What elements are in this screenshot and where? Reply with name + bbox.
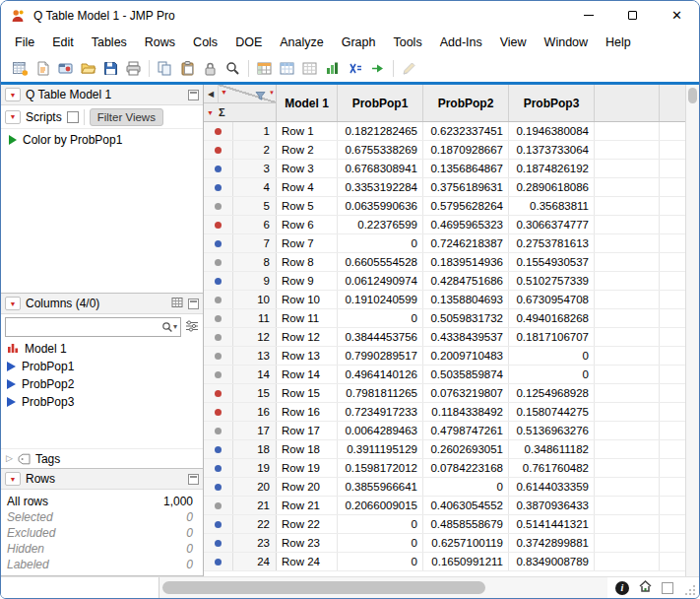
probpop3-cell[interactable]: 0 <box>509 347 595 365</box>
column-filter-input[interactable] <box>9 320 161 334</box>
model1-cell[interactable]: Row 6 <box>277 216 338 233</box>
filter-menu-triangle[interactable]: ▼ <box>269 90 275 96</box>
annotate-button[interactable] <box>398 57 420 80</box>
scripts-menu-button[interactable]: ▼ <box>5 110 21 124</box>
panel-dock-icon[interactable] <box>188 90 199 100</box>
model1-cell[interactable]: Row 5 <box>277 197 338 215</box>
tags-row[interactable]: ▷ Tags <box>1 448 203 468</box>
probpop1-cell[interactable]: 0.7234917233 <box>338 403 423 421</box>
probpop2-cell[interactable]: 0.6232337451 <box>423 122 509 140</box>
probpop3-cell[interactable]: 0.1874826192 <box>509 160 595 177</box>
menu-item-tools[interactable]: Tools <box>384 33 430 52</box>
probpop3-cell[interactable]: 0.1554930537 <box>509 253 595 271</box>
rows-stat-hidden[interactable]: Hidden0 <box>7 541 193 557</box>
probpop1-cell[interactable]: 0.6755338269 <box>338 141 423 159</box>
probpop1-cell[interactable]: 0.7981811265 <box>338 384 423 402</box>
probpop3-cell[interactable]: 0.8349008789 <box>509 553 595 570</box>
row-number-cell[interactable]: 24 <box>233 553 277 570</box>
graph-builder-button[interactable] <box>321 57 344 80</box>
model1-cell[interactable]: Row 4 <box>277 178 338 196</box>
row-state-cell[interactable] <box>204 122 233 140</box>
probpop1-cell[interactable]: 0.6768308941 <box>338 160 423 177</box>
probpop2-cell[interactable]: 0.5059831732 <box>423 309 509 327</box>
rows-menu-triangle[interactable]: ▼ <box>207 109 214 116</box>
layout-box-icon[interactable] <box>662 582 673 594</box>
rows-stat-excluded[interactable]: Excluded0 <box>7 525 193 541</box>
row-number-cell[interactable]: 2 <box>233 141 277 159</box>
column-header-probpop3[interactable]: ProbPop3 <box>509 85 595 121</box>
model1-cell[interactable]: Row 21 <box>277 497 338 514</box>
probpop2-cell[interactable]: 0.4798747261 <box>423 422 509 439</box>
sigma-icon[interactable]: Σ <box>219 106 225 118</box>
row-state-cell[interactable] <box>204 534 233 552</box>
script-item-color-by-probpop1[interactable]: Color by ProbPop1 <box>1 129 203 150</box>
probpop3-cell[interactable]: 0.5136963276 <box>509 422 595 439</box>
run-script-button[interactable] <box>366 57 389 80</box>
probpop1-cell[interactable]: 0.2066009015 <box>338 497 423 514</box>
minimize-button[interactable] <box>566 1 610 30</box>
row-number-cell[interactable]: 6 <box>233 216 277 233</box>
probpop2-cell[interactable]: 0.0763219807 <box>423 384 509 402</box>
probpop2-cell[interactable]: 0.1870928667 <box>423 141 509 159</box>
row-number-cell[interactable]: 22 <box>233 515 277 533</box>
row-number-cell[interactable]: 19 <box>233 459 277 477</box>
probpop3-cell[interactable]: 0.1817106707 <box>509 328 595 346</box>
model1-cell[interactable]: Row 14 <box>277 366 338 383</box>
scripts-checkbox[interactable] <box>67 111 79 123</box>
row-number-cell[interactable]: 11 <box>233 309 277 327</box>
probpop2-cell[interactable]: 0.1650991211 <box>423 553 509 570</box>
row-state-cell[interactable] <box>204 459 233 477</box>
menu-item-help[interactable]: Help <box>597 33 640 52</box>
probpop2-cell[interactable]: 0.2602693051 <box>423 440 509 458</box>
probpop2-cell[interactable]: 0.1839514936 <box>423 253 509 271</box>
probpop2-cell[interactable]: 0.1184338492 <box>423 403 509 421</box>
probpop2-cell[interactable]: 0.4695965323 <box>423 216 509 233</box>
home-window-button[interactable] <box>638 579 653 597</box>
row-state-cell[interactable] <box>204 160 233 177</box>
row-state-cell[interactable] <box>204 216 233 233</box>
menu-item-graph[interactable]: Graph <box>333 33 385 52</box>
new-data-table-button[interactable] <box>9 57 32 80</box>
probpop2-cell[interactable]: 0 <box>423 478 509 496</box>
row-number-cell[interactable]: 7 <box>233 234 277 252</box>
menu-item-file[interactable]: File <box>6 33 43 52</box>
row-state-cell[interactable] <box>204 384 233 402</box>
probpop1-cell[interactable]: 0 <box>338 553 423 570</box>
probpop2-cell[interactable]: 0.4338439537 <box>423 328 509 346</box>
row-number-cell[interactable]: 18 <box>233 440 277 458</box>
rows-stat-labeled[interactable]: Labeled0 <box>7 557 193 572</box>
menu-item-cols[interactable]: Cols <box>184 33 226 52</box>
probpop1-cell[interactable]: 0.0612490974 <box>338 272 423 290</box>
row-state-cell[interactable] <box>204 197 233 215</box>
column-header-model-1[interactable]: Model 1 <box>277 85 338 121</box>
model1-cell[interactable]: Row 22 <box>277 515 338 533</box>
row-state-cell[interactable] <box>204 328 233 346</box>
probpop2-cell[interactable]: 0.4858558679 <box>423 515 509 533</box>
grid-button[interactable] <box>298 57 321 80</box>
horizontal-scrollbar-thumb[interactable] <box>162 581 485 594</box>
row-state-cell[interactable] <box>204 253 233 271</box>
row-number-cell[interactable]: 17 <box>233 422 277 439</box>
formula-button[interactable] <box>344 57 366 80</box>
probpop1-cell[interactable]: 0.0635990636 <box>338 197 423 215</box>
model1-cell[interactable]: Row 24 <box>277 553 338 570</box>
vertical-scrollbar[interactable] <box>685 85 699 576</box>
table-menu-button[interactable]: ▼ <box>5 88 21 101</box>
open-button[interactable] <box>77 57 99 80</box>
column-item-probpop1[interactable]: ProbPop1 <box>1 358 203 375</box>
probpop1-cell[interactable]: 0.3353192284 <box>338 178 423 196</box>
tabulate-button[interactable] <box>253 57 276 80</box>
model1-cell[interactable]: Row 17 <box>277 422 338 439</box>
paste-button[interactable] <box>176 57 199 80</box>
probpop3-cell[interactable]: 0.6730954708 <box>509 291 595 308</box>
model1-cell[interactable]: Row 18 <box>277 440 338 458</box>
copy-button[interactable] <box>154 57 176 80</box>
menu-item-analyze[interactable]: Analyze <box>271 33 332 52</box>
probpop2-cell[interactable]: 0.6257100119 <box>423 534 509 552</box>
panel-dock-icon[interactable] <box>188 474 199 485</box>
model1-cell[interactable]: Row 19 <box>277 459 338 477</box>
close-button[interactable]: ✕ <box>655 1 699 30</box>
vertical-scrollbar-thumb[interactable] <box>688 88 697 103</box>
row-state-cell[interactable] <box>204 440 233 458</box>
model1-cell[interactable]: Row 7 <box>277 234 338 252</box>
